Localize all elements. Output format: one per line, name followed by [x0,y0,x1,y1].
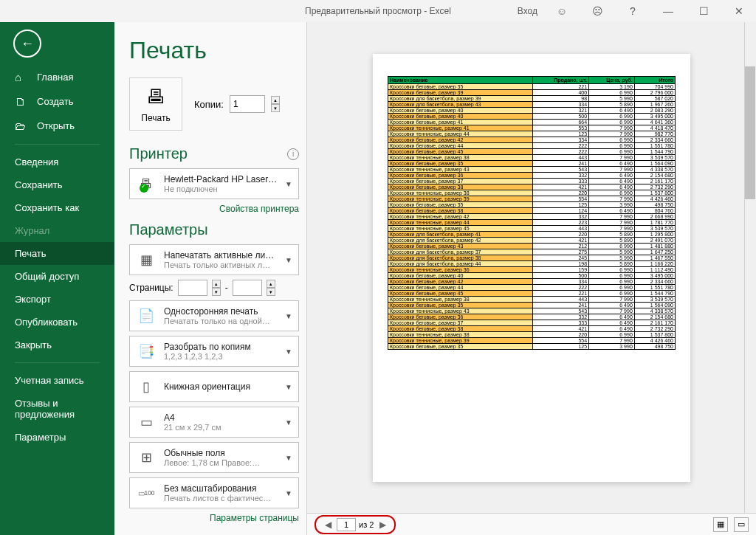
copies-label: Копии: [194,99,224,110]
copies-input[interactable] [230,95,265,113]
margins-icon: ⊞ [136,447,157,468]
chevron-down-icon: ▼ [285,180,292,188]
printer-device-icon: 🖶 [136,173,157,194]
sides-dropdown[interactable]: 📄 Односторонняя печать Печатать только н… [129,300,299,331]
nav-share[interactable]: Общий доступ [0,265,114,288]
portrait-icon: ▯ [136,376,157,397]
printer-properties-link[interactable]: Свойства принтера [129,204,299,214]
page-title: Печать [129,37,299,64]
nav-feedback[interactable]: Отзывы и предложения [0,392,114,426]
nav-open[interactable]: 🗁Открыть [0,114,114,138]
nav-close[interactable]: Закрыть [0,334,114,356]
nav-print[interactable]: Печать [0,242,114,265]
chevron-down-icon: ▼ [285,256,292,264]
chevron-down-icon: ▼ [285,418,292,427]
nav-publish[interactable]: Опубликовать [0,311,114,334]
nav-new[interactable]: 🗋Создать [0,89,114,114]
page-number-input[interactable] [337,518,356,531]
page-icon: 📄 [136,306,157,326]
chevron-down-icon: ▼ [285,383,292,391]
help-icon[interactable]: ? [616,0,650,22]
nav-info[interactable]: Сведения [0,151,114,173]
zoom-to-page-button[interactable]: ▭ [734,517,749,532]
nav-separator-2 [15,362,100,363]
collate-dropdown[interactable]: 📑 Разобрать по копиям 1,2,3 1,2,3 1,2,3 … [129,336,299,367]
titlebar: Предварительный просмотр - Excel Вход ☺ … [0,0,756,22]
backstage-sidebar: ← ⌂Главная 🗋Создать 🗁Открыть Сведения Со… [0,22,114,535]
show-margins-button[interactable]: ▦ [713,517,728,532]
pages-label: Страницы: [129,283,173,293]
maximize-button[interactable]: ☐ [687,0,721,22]
margins-dropdown[interactable]: ⊞ Обычные поля Левое: 1,78 см Правое:… ▼ [129,442,299,473]
open-icon: 🗁 [15,120,28,132]
prev-page-button[interactable]: ◀ [322,520,334,530]
printer-dropdown[interactable]: 🖶 Hewlett-Packard HP LaserJe… Не подключ… [129,168,299,199]
printer-section: Принтер [129,145,188,162]
chevron-down-icon: ▼ [285,312,292,320]
page-navigation: ◀ из 2 ▶ [315,515,396,534]
paper-size-dropdown[interactable]: ▭ A4 21 см x 29,7 см ▼ [129,407,299,438]
close-button[interactable]: ✕ [722,0,756,22]
page-setup-link[interactable]: Параметры страницы [129,513,299,523]
window-title: Предварительный просмотр - Excel [305,6,451,16]
face-sad-icon[interactable]: ☹ [580,0,614,22]
scaling-icon: ▭100 [136,483,157,503]
pages-to-input[interactable] [233,280,262,296]
new-icon: 🗋 [15,95,28,108]
sheet-icon: ▦ [136,249,157,270]
copies-down[interactable]: ▼ [271,104,280,112]
nav-home[interactable]: ⌂Главная [0,65,114,89]
face-happy-icon[interactable]: ☺ [545,0,579,22]
back-button[interactable]: ← [13,30,41,58]
params-section: Параметры [129,221,208,238]
print-button[interactable]: 🖶 Печать [129,77,182,131]
next-page-button[interactable]: ▶ [377,520,388,530]
scaling-dropdown[interactable]: ▭100 Без масштабирования Печать листов с… [129,477,299,508]
copies-up[interactable]: ▲ [271,96,280,104]
nav-save[interactable]: Сохранить [0,173,114,196]
info-icon[interactable]: i [287,148,299,160]
collate-icon: 📑 [136,341,157,362]
pages-from-input[interactable] [178,280,207,296]
chevron-down-icon: ▼ [285,489,292,497]
nav-options[interactable]: Параметры [0,426,114,449]
home-icon: ⌂ [15,71,28,83]
preview-page: НаименованиеПродано, шт.Цена, руб.ИтогоК… [373,54,690,482]
vertical-scrollbar[interactable] [744,22,756,513]
signin-link[interactable]: Вход [518,6,537,16]
nav-history: Журнал [0,219,114,242]
print-panel: Печать 🖶 Печать Копии: ▲ ▼ Принтерi 🖶 [114,22,306,535]
nav-separator [15,144,100,145]
printer-icon: 🖶 [146,86,165,108]
page-count: из 2 [359,520,374,529]
orientation-dropdown[interactable]: ▯ Книжная ориентация ▼ [129,371,299,402]
chevron-down-icon: ▼ [285,348,292,356]
nav-export[interactable]: Экспорт [0,288,114,311]
nav-saveas[interactable]: Сохранить как [0,196,114,219]
chevron-down-icon: ▼ [285,454,292,462]
print-what-dropdown[interactable]: ▦ Напечатать активные листы Печать тольк… [129,244,299,275]
paper-icon: ▭ [136,412,157,432]
preview-area: НаименованиеПродано, шт.Цена, руб.ИтогоК… [306,22,756,535]
nav-account[interactable]: Учетная запись [0,369,114,392]
minimize-button[interactable]: — [651,0,685,22]
